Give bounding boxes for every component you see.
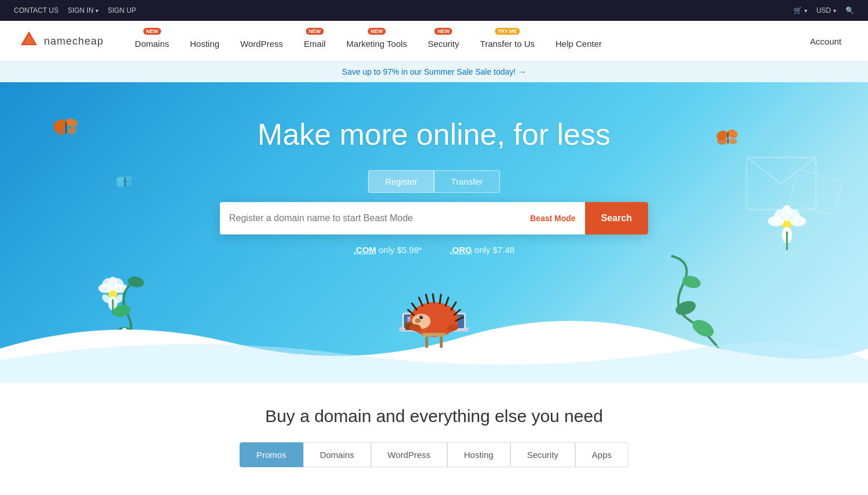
- com-price-hint: .COM only $5.98*: [354, 245, 422, 255]
- svg-point-64: [421, 316, 422, 317]
- svg-point-3: [66, 126, 77, 136]
- hedgehog-illustration: [370, 278, 498, 353]
- category-tabs: Promos Domains WordPress Hosting Securit…: [0, 442, 868, 467]
- tab-security[interactable]: Security: [510, 442, 575, 467]
- svg-point-63: [420, 316, 423, 319]
- org-price-value: only $7.48: [475, 245, 514, 255]
- svg-point-30: [717, 138, 727, 145]
- tab-apps[interactable]: Apps: [575, 442, 628, 467]
- svg-line-55: [419, 298, 422, 306]
- butterfly-left-top: [52, 117, 80, 138]
- nav-account-link[interactable]: Account: [802, 21, 849, 61]
- contact-us-link[interactable]: CONTACT US: [14, 6, 58, 14]
- svg-point-26: [788, 207, 802, 221]
- tab-domains[interactable]: Domains: [303, 442, 371, 467]
- logo-link[interactable]: namecheap: [19, 29, 104, 54]
- org-price-hint: .ORG only $7.48: [450, 245, 514, 255]
- promo-link[interactable]: Save up to 97% in our Summer Sale Sale t…: [342, 67, 526, 76]
- tab-hosting[interactable]: Hosting: [447, 442, 510, 467]
- svg-point-13: [98, 284, 112, 293]
- com-link[interactable]: .COM: [354, 245, 376, 255]
- logo-icon: [19, 29, 39, 54]
- currency-dropdown[interactable]: USD ▾: [816, 6, 836, 14]
- flower-right: [764, 198, 810, 250]
- signin-chevron-icon: ▾: [95, 8, 98, 14]
- nav-item-help[interactable]: Help Center: [547, 21, 610, 61]
- sign-in-link[interactable]: SIGN IN ▾: [68, 6, 98, 14]
- security-badge: NEW: [435, 28, 453, 35]
- beast-mode-button[interactable]: Beast Mode: [521, 214, 585, 223]
- svg-rect-70: [425, 336, 428, 348]
- marketing-badge: NEW: [367, 28, 385, 35]
- nav-email-label: Email: [304, 39, 326, 49]
- lower-title: Buy a domain and everything else you nee…: [0, 406, 868, 426]
- svg-point-22: [782, 227, 792, 243]
- svg-line-52: [440, 295, 441, 303]
- svg-point-10: [108, 289, 117, 298]
- nav-help-label: Help Center: [556, 39, 602, 49]
- promo-banner: Save up to 97% in our Summer Sale Sale t…: [0, 61, 868, 82]
- nav-item-email[interactable]: NEW Email: [296, 21, 334, 61]
- search-bar: Beast Mode Search: [220, 202, 648, 234]
- envelope-decoration: [741, 140, 845, 233]
- svg-rect-33: [746, 157, 816, 210]
- search-button[interactable]: Search: [585, 202, 648, 234]
- nav-item-security[interactable]: NEW Security: [420, 21, 467, 61]
- tab-register[interactable]: Register: [368, 170, 434, 193]
- svg-point-2: [53, 125, 67, 137]
- sign-up-link[interactable]: SIGN UP: [108, 6, 136, 14]
- svg-point-23: [768, 216, 784, 226]
- svg-point-21: [782, 205, 792, 221]
- svg-point-8: [125, 182, 132, 186]
- nav-items: NEW Domains Hosting WordPress NEW Email …: [127, 21, 802, 61]
- svg-point-17: [100, 292, 112, 305]
- cart-dropdown[interactable]: 🛒 ▾: [793, 6, 807, 14]
- svg-point-7: [116, 181, 124, 187]
- svg-point-6: [124, 175, 134, 182]
- domain-search-input[interactable]: [220, 202, 521, 234]
- svg-point-24: [790, 216, 806, 226]
- svg-point-0: [52, 117, 69, 133]
- svg-line-54: [426, 295, 428, 303]
- svg-rect-69: [422, 333, 446, 336]
- tab-promos[interactable]: Promos: [240, 442, 303, 467]
- nav-item-transfer[interactable]: TRY ME Transfer to Us: [472, 21, 543, 61]
- butterfly-right-top: [715, 129, 741, 147]
- hero-title: Make more online, for less: [258, 117, 610, 152]
- top-bar: CONTACT US SIGN IN ▾ SIGN UP 🛒 ▾ USD ▾ 🔍: [0, 0, 868, 21]
- flower-left: [93, 267, 133, 314]
- transfer-badge: TRY ME: [495, 28, 520, 35]
- currency-chevron-icon: ▾: [833, 8, 836, 14]
- nav-hosting-label: Hosting: [190, 39, 219, 49]
- nav-item-domains[interactable]: NEW Domains: [127, 21, 177, 61]
- svg-point-43: [681, 274, 702, 290]
- tab-wordpress[interactable]: WordPress: [371, 442, 447, 467]
- com-price-value: only $5.98*: [378, 245, 422, 255]
- svg-point-1: [65, 117, 79, 129]
- logo-text: namecheap: [44, 35, 104, 47]
- domains-badge: NEW: [143, 28, 161, 35]
- svg-point-16: [113, 276, 125, 288]
- svg-rect-66: [406, 322, 412, 324]
- svg-point-31: [728, 138, 737, 144]
- nav-item-wordpress[interactable]: WordPress: [232, 21, 291, 61]
- search-tabs: Register Transfer: [368, 170, 499, 193]
- svg-point-29: [726, 129, 739, 140]
- tab-transfer[interactable]: Transfer: [434, 170, 499, 193]
- svg-point-12: [108, 296, 117, 310]
- svg-rect-34: [789, 170, 843, 215]
- nav-domains-label: Domains: [135, 39, 169, 49]
- svg-point-62: [415, 318, 421, 323]
- svg-point-15: [100, 276, 112, 288]
- org-link[interactable]: .ORG: [450, 245, 472, 255]
- search-icon[interactable]: 🔍: [845, 6, 854, 14]
- lower-section: Buy a domain and everything else you nee…: [0, 383, 868, 467]
- svg-point-14: [113, 284, 127, 293]
- nav-item-hosting[interactable]: Hosting: [182, 21, 227, 61]
- svg-point-28: [715, 129, 729, 142]
- top-bar-right: 🛒 ▾ USD ▾ 🔍: [793, 6, 854, 14]
- svg-point-18: [113, 292, 125, 305]
- svg-point-5: [116, 175, 125, 184]
- nav-item-marketing[interactable]: NEW Marketing Tools: [339, 21, 415, 61]
- svg-point-25: [772, 207, 786, 221]
